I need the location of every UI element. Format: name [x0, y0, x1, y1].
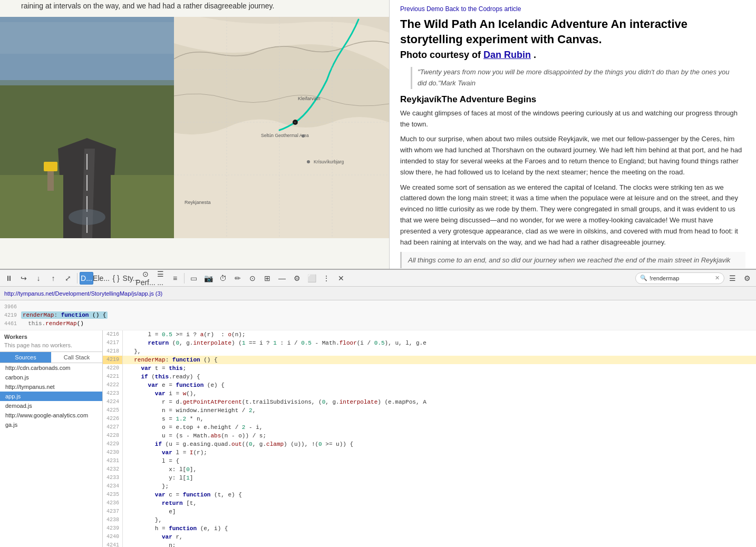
file-item-carbon-js[interactable]: carbon.js [0, 373, 102, 382]
code-line-4222: 4222 var e = function (e) { [103, 381, 756, 389]
section1-para2: Much to our surprise, when about two mil… [400, 134, 745, 178]
step-into-button[interactable]: ↓ [32, 272, 45, 285]
code-line-4228: 4228 u = (s - Math.abs(n - o)) / s; [103, 432, 756, 440]
search-box: 🔍 ✕ [635, 272, 724, 284]
sources-tab[interactable]: Sources [0, 352, 51, 363]
snippet-line-2: 4219 renderMap: function () { [4, 311, 752, 319]
ext-tab-btn[interactable]: ☰ ... [153, 272, 167, 285]
section1-para3: We created some sort of sensation as we … [400, 182, 745, 248]
code-line-4229: 4229 if (u = g.easing.quad.out((0, g.cla… [103, 440, 756, 448]
search-icon: 🔍 [640, 275, 647, 281]
subtitle-suffix: . [534, 50, 536, 60]
code-line-4234: 4234 }; [103, 482, 756, 491]
code-line-4218: 4218 }, [103, 347, 756, 356]
gear-btn[interactable]: ⚙ [290, 272, 304, 285]
pencil-btn[interactable]: ✏ [231, 272, 245, 285]
search-settings-btn[interactable]: ☰ [725, 272, 739, 285]
three-lines-btn[interactable]: ≡ [168, 272, 182, 285]
dot-btn[interactable]: ⊙ [246, 272, 259, 285]
elements-tab-btn[interactable]: Ele... [94, 272, 108, 285]
snippet-code-2-highlighted: renderMap: function () { [21, 311, 108, 319]
callstack-tab[interactable]: Call Stack [51, 352, 102, 363]
step-out-button[interactable]: ↑ [46, 272, 60, 285]
camera-btn[interactable]: 📷 [201, 272, 215, 285]
file-item-appjs[interactable]: app.js [0, 392, 102, 401]
code-line-4220: 4220 var t = this; [103, 364, 756, 373]
section1-para1: We caught glimpses of faces at most of t… [400, 108, 745, 130]
map-bg: Kleifarvatn Seltún Geothermal Area Krísu… [174, 17, 389, 238]
code-line-4230: 4230 var l = I(r); [103, 448, 756, 457]
code-line-4223: 4223 var i = w(), [103, 389, 756, 398]
close-btn[interactable]: ✕ [334, 272, 348, 285]
snippet-num-3: 4461 [4, 321, 21, 327]
prev-demo-link[interactable]: Previous Demo [400, 5, 443, 13]
code-snippet-area: 3966 4219 renderMap: function () { 4461 … [0, 300, 756, 330]
code-line-4239: 4239 h = function (e, i) { [103, 524, 756, 533]
file-path-bar: http://tympanus.net/Development/Storytel… [0, 287, 756, 300]
svg-text:Kleifarvatn: Kleifarvatn [298, 96, 321, 101]
box-btn[interactable]: ▭ [187, 272, 200, 285]
article-nav-links: Previous Demo Back to the Codrops articl… [400, 5, 745, 13]
grid-btn[interactable]: ⊞ [260, 272, 274, 285]
svg-point-8 [69, 209, 105, 225]
settings-btn2[interactable]: ⚙ [740, 272, 754, 285]
code-line-4227: 4227 o = e.top + e.height / 2 - i, [103, 423, 756, 432]
road-photo [0, 17, 174, 238]
file-item-tympanus[interactable]: http://tympanus.net [0, 382, 102, 392]
file-item-google-analytics[interactable]: http://www.google-analytics.com [0, 411, 102, 420]
file-item-demoad[interactable]: demoad.js [0, 401, 102, 411]
sources-tab-btn[interactable]: D... [80, 272, 93, 285]
snippet-line-1: 3966 [4, 302, 752, 311]
svg-point-19 [302, 134, 305, 138]
clear-search-icon[interactable]: ✕ [715, 275, 720, 281]
snippet-num-1: 3966 [4, 304, 21, 310]
article-intro-text: raining at intervals on the way, and we … [21, 2, 274, 10]
code-line-4221: 4221 if (this.ready) { [103, 373, 756, 381]
code-line-4226: 4226 s = 1.2 * n, [103, 415, 756, 423]
dash-btn[interactable]: — [275, 272, 289, 285]
snippet-code-3: this.renderMap() [21, 320, 84, 327]
svg-point-21 [307, 160, 310, 163]
back-to-codrops-link[interactable]: Back to the Codrops article [445, 5, 521, 13]
dock-btn[interactable]: ⬜ [305, 272, 318, 285]
code-line-4240: 4240 var r, [103, 533, 756, 541]
svg-rect-14 [0, 22, 174, 54]
svg-rect-10 [111, 175, 174, 238]
perf-tab-btn[interactable]: ⊙ Perf... [139, 272, 152, 285]
snippet-num-2: 4219 [4, 312, 21, 318]
map-photo-container: Kleifarvatn Seltún Geothermal Area Krísu… [0, 17, 389, 238]
map-section: Kleifarvatn Seltún Geothermal Area Krísu… [174, 17, 389, 238]
road-svg [0, 17, 174, 238]
code-line-4231: 4231 l = { [103, 457, 756, 465]
svg-text:Krísuvíkurbjarg: Krísuvíkurbjarg [314, 159, 344, 164]
section1-heading: ReykjavíkThe Adventure Begins [400, 94, 745, 105]
file-item-gajs[interactable]: ga.js [0, 420, 102, 429]
toolbar-sep1 [77, 273, 77, 284]
deactivate-button[interactable]: ⤢ [61, 272, 75, 285]
code-content[interactable]: 4216 l = 0.5 >= i ? a(r) : o(n); 4217 re… [103, 330, 756, 547]
dots-btn[interactable]: ⋮ [319, 272, 333, 285]
code-line-4225: 4225 n = window.innerHeight / 2, [103, 406, 756, 415]
code-line-4216: 4216 l = 0.5 >= i ? a(r) : o(n); [103, 330, 756, 339]
code-line-4241: 4241 n; [103, 541, 756, 547]
code-line-4236: 4236 return [t, [103, 499, 756, 507]
curly-tab-btn[interactable]: { } [109, 272, 123, 285]
timer-btn[interactable]: ⏱ [216, 272, 230, 285]
sources-callstack-tabs: Sources Call Stack [0, 352, 102, 363]
devtools-sidebar: Workers This page has no workers. Source… [0, 330, 103, 547]
snippet-line-3: 4461 this.renderMap() [4, 319, 752, 328]
right-panel: Previous Demo Back to the Codrops articl… [389, 0, 756, 269]
file-item-carbonads[interactable]: http://cdn.carbonads.com [0, 363, 102, 373]
file-path-link[interactable]: http://tympanus.net/Development/Storytel… [4, 290, 162, 297]
search-input[interactable] [650, 275, 713, 281]
file-list: http://cdn.carbonads.com carbon.js http:… [0, 363, 102, 547]
code-line-4232: 4232 x: l[0], [103, 465, 756, 474]
pause-button[interactable]: ⏸ [2, 272, 16, 285]
article-title: The Wild Path An Icelandic Adventure An … [400, 17, 745, 47]
workers-title: Workers [4, 334, 98, 340]
step-over-button[interactable]: ↪ [17, 272, 31, 285]
code-line-4219: 4219 renderMap: function () { [103, 356, 756, 364]
dan-rubin-link[interactable]: Dan Rubin [483, 50, 531, 60]
svg-text:Reykjanesta: Reykjanesta [185, 200, 211, 205]
article-text-top: raining at intervals on the way, and we … [0, 0, 389, 17]
